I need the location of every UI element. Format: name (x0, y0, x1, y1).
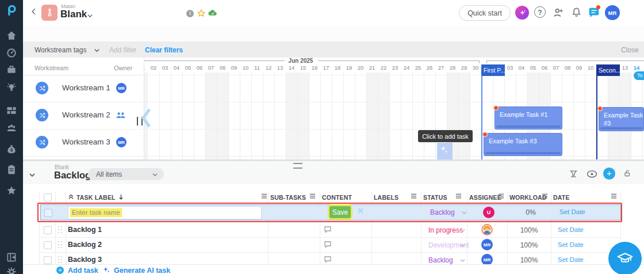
col-workload[interactable]: WORKLOAD (509, 194, 547, 201)
status-value[interactable]: In progress (428, 226, 463, 234)
phase-badge-first[interactable]: First P... (481, 64, 505, 76)
phase-badge-second[interactable]: Secon... (596, 64, 620, 76)
comment-bubble-icon[interactable] (324, 226, 332, 234)
row-checkbox[interactable] (44, 209, 52, 217)
collapse-all-icon[interactable] (68, 193, 74, 200)
info-icon[interactable]: i (186, 10, 194, 17)
new-task-edit-row[interactable]: Enter task name Save Backlog U 0% Set Da… (40, 204, 621, 220)
close-filters-button[interactable]: Close (621, 46, 639, 54)
status-chevron-icon[interactable] (460, 228, 465, 233)
project-flask-icon[interactable] (41, 5, 57, 21)
status-chevron-icon[interactable] (460, 243, 465, 248)
chat-icon[interactable] (588, 6, 600, 19)
col-date[interactable]: DATE (553, 194, 570, 201)
row-checkbox[interactable] (44, 226, 52, 234)
drag-handle-icon[interactable] (57, 241, 63, 249)
col-assignee[interactable]: ASSIGNEE (469, 194, 501, 201)
add-filter-button[interactable]: Add filter (109, 46, 136, 54)
user-avatar[interactable]: MR (605, 5, 620, 20)
chevron-down-icon[interactable] (94, 48, 99, 53)
task-name[interactable]: Backlog 2 (68, 241, 102, 249)
project-title-chevron-icon[interactable] (87, 13, 93, 18)
backlog-add-button[interactable]: + (603, 168, 615, 180)
notifications-bell-icon[interactable] (571, 7, 582, 18)
status-value[interactable]: Backlog (428, 256, 453, 264)
workstream-tags-dropdown[interactable]: Workstream tags (34, 46, 86, 54)
help-icon[interactable]: ? (534, 6, 546, 18)
gantt-task-bar[interactable]: Example Task #3 (599, 107, 644, 131)
workstream-row[interactable]: Workstream 2 (23, 102, 144, 130)
gantt-grid[interactable] (144, 73, 644, 159)
cancel-x-icon[interactable] (357, 207, 364, 214)
workstream-row[interactable]: Workstream 3 MR (23, 129, 144, 157)
col-labels[interactable]: LABELS (374, 194, 398, 201)
budget-icon[interactable]: $ (6, 143, 17, 155)
proggio-logo-icon[interactable] (6, 5, 17, 16)
status-value[interactable]: Backlog (430, 208, 455, 216)
assignee-avatar[interactable] (481, 224, 493, 235)
row-checkbox[interactable] (44, 241, 52, 249)
academy-fab-button[interactable] (608, 242, 642, 274)
owner-avatar[interactable]: MR (116, 137, 126, 147)
favorites-star-icon[interactable] (6, 185, 17, 196)
drag-handle-icon[interactable] (57, 226, 63, 234)
gantt-timeline[interactable]: Jun 2025 0102030405060708091011121314151… (144, 58, 644, 159)
project-title[interactable]: Blank (60, 9, 87, 20)
sort-desc-icon[interactable] (118, 194, 124, 200)
column-menu-icon[interactable] (611, 193, 617, 199)
backlog-filter-select[interactable]: All items (88, 168, 164, 180)
portfolio-icon[interactable] (6, 64, 17, 75)
generate-ai-task-button[interactable]: Generate AI task (114, 267, 170, 274)
task-row[interactable]: Backlog 2 Development MR 100% Set Date (39, 237, 621, 253)
board-icon[interactable] (6, 105, 17, 116)
comment-bubble-icon[interactable] (324, 256, 332, 264)
column-menu-icon[interactable] (309, 193, 316, 199)
col-content[interactable]: CONTENT (322, 194, 352, 201)
assignee-avatar[interactable]: U (483, 207, 494, 218)
splitter-grip-icon[interactable] (293, 163, 302, 169)
col-task-label[interactable]: TASK LABEL (76, 194, 116, 201)
set-date-link[interactable]: Set Date (558, 226, 584, 233)
add-task-plus-icon[interactable]: + (56, 267, 64, 274)
owner-avatar[interactable]: MR (116, 83, 126, 93)
invite-user-icon[interactable] (553, 7, 564, 18)
back-button[interactable] (30, 7, 38, 18)
task-row[interactable]: Backlog 3 Backlog MR 100% Set Date (39, 252, 621, 265)
home-icon[interactable] (6, 30, 17, 41)
set-date-link[interactable]: Set Date (559, 208, 585, 215)
owner-team-icon[interactable] (115, 109, 126, 121)
ai-sparkle-icon[interactable] (515, 6, 529, 20)
task-name[interactable]: Backlog 1 (68, 226, 102, 234)
gantt-task-bar[interactable]: Example Task #3 (484, 133, 562, 156)
workstream-row[interactable]: Workstream 1 MR (23, 75, 144, 102)
select-all-checkbox[interactable] (44, 193, 52, 201)
clear-filters-button[interactable]: Clear filters (145, 46, 183, 54)
row-checkbox[interactable] (44, 256, 52, 264)
quick-start-button[interactable]: Quick start (459, 5, 511, 21)
status-chevron-icon[interactable] (460, 258, 465, 263)
collapse-sidebar-icon[interactable] (6, 252, 17, 263)
backlog-filter-icon[interactable] (569, 169, 578, 178)
col-sub-tasks[interactable]: SUB-TASKS (270, 194, 306, 201)
settings-gear-icon[interactable] (6, 266, 17, 274)
status-chevron-icon[interactable] (462, 210, 467, 215)
assignee-avatar[interactable]: MR (481, 239, 493, 250)
comment-bubble-icon[interactable] (324, 241, 332, 249)
task-name[interactable]: Backlog 3 (68, 256, 102, 264)
today-pill[interactable]: To (634, 71, 644, 80)
team-icon[interactable] (6, 123, 17, 134)
task-row[interactable]: Backlog 1 In progress 100% Set Date (39, 222, 621, 238)
collapse-backlog-chevron-icon[interactable] (29, 172, 36, 178)
collapse-panel-chevron-icon[interactable] (140, 107, 152, 129)
column-menu-icon[interactable] (542, 193, 548, 199)
column-menu-icon[interactable] (455, 193, 462, 199)
col-status[interactable]: STATUS (423, 194, 447, 201)
gantt-task-bar[interactable]: Example Task #1 (494, 106, 562, 130)
workstream-name[interactable]: Workstream 1 (62, 83, 110, 92)
favorite-star-icon[interactable] (197, 9, 206, 18)
backlog-eye-icon[interactable] (586, 170, 597, 178)
dashboard-icon[interactable] (6, 47, 17, 59)
add-task-hover-cell[interactable] (437, 143, 453, 159)
column-menu-icon[interactable] (498, 193, 504, 199)
add-task-button[interactable]: Add task (68, 267, 98, 274)
